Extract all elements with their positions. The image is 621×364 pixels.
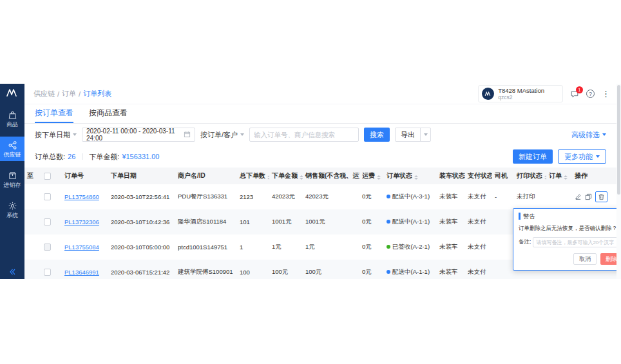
delete-order-icon[interactable] [595,191,607,202]
row-checkbox[interactable] [44,218,51,225]
delete-button[interactable]: 删除 [600,253,616,265]
main-content: 供应链 / 订单 / 订单列表 T8428 MAstation qzcs2 [24,84,616,279]
user-account: qzcs2 [498,95,544,101]
search-type-select[interactable]: 按订单/客户 [200,130,244,140]
dialog-title: 警告 [519,213,535,220]
order-status: 已签收(A-2-1) [392,243,430,250]
delete-confirm-dialog: 警告 × 订单删除之后无法恢复，是否确认删除？ 备注: 取消 删除 [513,208,616,271]
dialog-message: 订单删除之后无法恢复，是否确认删除？ [519,225,616,233]
column-header-driver: 司机 [492,168,514,184]
chevron-down-icon [73,133,77,136]
row-checkbox[interactable] [44,244,51,251]
date-type-select[interactable]: 按下单日期 [35,130,77,140]
sidebar-item-label: 进销存 [4,182,21,188]
column-header-actions: 操作 [572,168,616,184]
status-dot [387,270,390,274]
message-badge: 1 [576,86,583,93]
column-header-qty[interactable]: 总下单数 [237,168,269,184]
chevron-down-icon [596,155,600,158]
avatar [482,88,494,100]
sort-icon[interactable] [300,175,303,180]
status-dot [387,195,390,198]
scrollbar-thumb[interactable] [617,85,620,195]
more-menu-icon[interactable]: ⋮ [602,90,610,98]
export-button[interactable]: 导出 [395,128,431,142]
user-name: T8428 MAstation [498,87,544,95]
column-header-sales[interactable]: 销售额(不含税、运) [303,168,359,184]
column-header-check [41,168,62,184]
select-all-checkbox[interactable] [44,173,51,180]
sort-icon[interactable] [267,175,269,180]
user-account-box[interactable]: T8428 MAstation qzcs2 [478,85,563,102]
tab-by-order[interactable]: 按订单查看 [35,104,73,123]
column-header-status[interactable]: 订单状态 [384,168,437,184]
sort-icon[interactable] [377,175,381,180]
column-header-order_date: 下单日期 [108,168,175,184]
breadcrumb-current: 订单列表 [83,89,111,99]
status-dot [387,220,390,224]
search-input-wrap [249,128,359,142]
order-count-value: 26 [68,153,75,160]
column-header-pay_status: 支付状态 [465,168,492,184]
sort-icon[interactable] [414,175,418,180]
sidebar-item-inventory[interactable]: 进销存 [0,167,24,191]
sort-icon[interactable] [564,175,568,180]
sidebar-collapse-icon[interactable] [0,268,24,276]
order-number-link[interactable]: PL13646991 [64,269,99,276]
sidebar-item-goods[interactable]: 商品 [0,106,24,131]
edit-order-icon[interactable] [575,193,582,200]
sidebar-item-supply-chain[interactable]: 供应链 [0,137,24,161]
order-number-link[interactable]: PL13755084 [64,244,99,251]
tab-by-product[interactable]: 按商品查看 [89,104,128,123]
remark-input[interactable] [533,237,616,247]
app-logo-icon [6,88,19,97]
order-status: 配送中(A-3-1) [392,193,430,200]
order-count: 订单总数: 26 [35,152,75,162]
column-header-amount[interactable]: 下单金额 [269,168,303,184]
bag-icon [8,110,17,120]
order-number-link[interactable]: PL13754860 [64,193,99,200]
table-row: PL137548602020-03-10T22:56:41PDU餐厅S13633… [24,184,616,209]
gear-icon [8,201,17,211]
date-range-input[interactable]: 2020-02-11 00:00 - 2020-03-11 24:00 [82,128,195,142]
search-input[interactable] [254,131,354,139]
breadcrumb-separator: / [79,90,81,98]
column-header-print_status[interactable]: 打印状态 [514,168,546,184]
order-number-link[interactable]: PL13732306 [64,218,99,225]
breadcrumb-orders[interactable]: 订单 [62,89,76,99]
column-header-seq: 至 [24,168,41,184]
sidebar-item-system[interactable]: 系统 [0,197,24,222]
sidebar: 商品 供应链 进销存 系统 [0,84,24,279]
cancel-button[interactable]: 取消 [573,253,597,265]
top-right-area: T8428 MAstation qzcs2 1 ? ⋮ [478,85,610,102]
chevron-down-icon [240,133,244,136]
divider [82,153,82,160]
column-header-freight[interactable]: 运费 [359,168,384,184]
export-dropdown-icon[interactable] [420,128,430,141]
advanced-filter-link[interactable]: 高级筛选 [571,130,606,140]
more-functions-button[interactable]: 更多功能 [558,149,606,164]
breadcrumb-separator: / [57,90,59,98]
sort-icon[interactable] [544,175,546,180]
new-order-button[interactable]: 新建订单 [513,149,553,164]
help-icon[interactable]: ? [586,90,595,98]
view-tabs: 按订单查看 按商品查看 [24,104,616,124]
filter-bar: 按下单日期 2020-02-11 00:00 - 2020-03-11 24:0… [24,124,616,146]
order-amount: 下单金额: ¥156331.00 [89,152,159,162]
order-status: 配送中(A-1-1) [392,218,430,225]
table-header-row: 至订单号下单日期商户名/ID总下单数下单金额销售额(不含税、运)运费订单状态装车… [24,168,616,184]
breadcrumb: 供应链 / 订单 / 订单列表 [33,89,111,99]
column-header-order_extra[interactable]: 订单 [546,168,572,184]
row-checkbox[interactable] [44,193,51,200]
column-header-load_status: 装车状态 [437,168,465,184]
remark-label: 备注: [519,238,531,246]
top-bar: 供应链 / 订单 / 订单列表 T8428 MAstation qzcs2 [24,84,616,104]
search-button[interactable]: 搜索 [364,128,390,142]
calendar-icon [184,131,191,139]
message-icon[interactable]: 1 [570,90,579,99]
breadcrumb-supply-chain[interactable]: 供应链 [33,89,55,99]
vertical-scrollbar[interactable] [616,84,621,279]
row-checkbox[interactable] [44,269,51,276]
copy-order-icon[interactable] [585,193,592,200]
column-header-merchant: 商户名/ID [175,168,237,184]
